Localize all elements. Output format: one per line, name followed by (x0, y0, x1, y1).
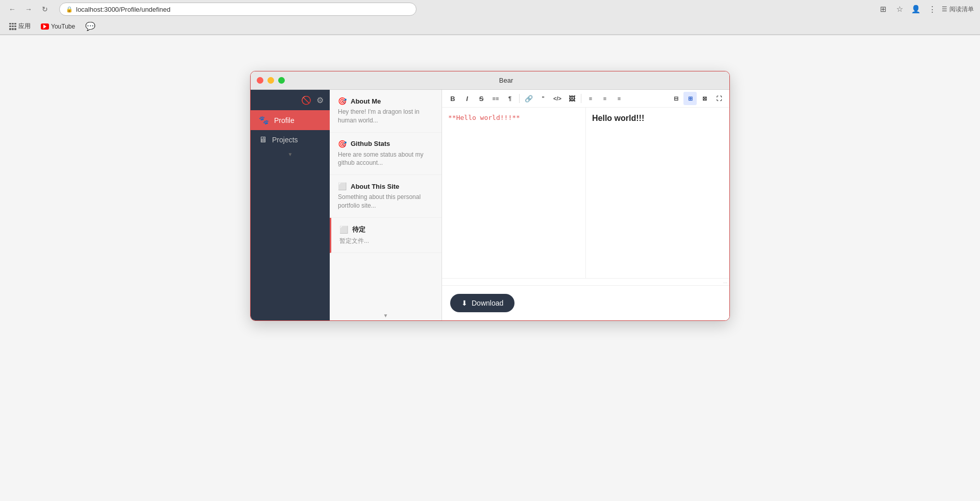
toolbar-fullscreen[interactable]: ⛶ (712, 92, 725, 105)
reading-label: 阅读清单 (949, 5, 974, 14)
bookmark-wechat[interactable]: 💬 (82, 20, 99, 32)
toolbar-code[interactable]: </> (551, 92, 564, 105)
toolbar-ordered-list[interactable]: ≡ (598, 92, 611, 105)
note-icon-about-me: 🎯 (338, 97, 347, 105)
toolbar-image[interactable]: 🖼 (565, 92, 578, 105)
youtube-label: YouTube (51, 23, 75, 30)
toolbar-quote[interactable]: " (536, 92, 550, 105)
bookmarks-bar: 应用 YouTube 💬 (0, 18, 980, 35)
toolbar-divider-1 (519, 94, 520, 103)
browser-toolbar: ← → ↻ 🔒 localhost:3000/Profile/undefined… (0, 0, 980, 18)
toolbar-layout-right[interactable]: ⊠ (698, 92, 711, 105)
sidebar: 🚫 ⚙ 🐾 Profile 🖥 Projects ▼ (251, 90, 330, 320)
note-icon-about-site: ⬜ (338, 182, 347, 190)
download-icon: ⬇ (461, 299, 468, 307)
window-titlebar: Bear (251, 71, 729, 90)
toolbar-layout-left[interactable]: ⊟ (669, 92, 682, 105)
toolbar-paragraph[interactable]: ¶ (503, 92, 517, 105)
wechat-icon: 💬 (85, 21, 95, 31)
apps-icon (9, 23, 16, 30)
notes-scroll-down: ▼ (330, 311, 442, 320)
note-title-about-me: 🎯 About Me (338, 97, 433, 105)
sidebar-header: 🚫 ⚙ (251, 90, 330, 110)
app-window: Bear 🚫 ⚙ 🐾 Profile 🖥 Projects (250, 71, 730, 321)
toolbar-divider-2 (581, 94, 581, 103)
note-preview-about-me: Hey there! I'm a dragon lost in human wo… (338, 108, 433, 125)
profile-nav-icon: 🐾 (259, 115, 269, 125)
note-preview-pending: 暂定文件... (339, 237, 433, 245)
note-preview-github-stats: Here are some status about my github acc… (338, 151, 433, 168)
projects-nav-icon: 🖥 (259, 135, 267, 144)
note-item-pending[interactable]: ⬜ 待定 暂定文件... (330, 218, 442, 253)
sidebar-nav: 🐾 Profile 🖥 Projects (251, 110, 330, 149)
sidebar-item-profile[interactable]: 🐾 Profile (251, 110, 330, 130)
page-content: Bear 🚫 ⚙ 🐾 Profile 🖥 Projects (0, 35, 980, 501)
back-button[interactable]: ← (6, 3, 18, 15)
url-text: localhost:3000/Profile/undefined (76, 6, 170, 13)
toolbar-link[interactable]: 🔗 (522, 92, 535, 105)
sidebar-icon-2[interactable]: ⚙ (316, 95, 324, 105)
editor-body: **Hello world!!!** Hello world!!! (442, 108, 729, 278)
note-icon-pending: ⬜ (339, 226, 348, 234)
address-bar[interactable]: 🔒 localhost:3000/Profile/undefined (59, 3, 416, 16)
editor-preview-text: Hello world!!! (592, 114, 644, 122)
toolbar-strikethrough[interactable]: S (475, 92, 488, 105)
editor-source-text: **Hello world!!!** (448, 114, 520, 121)
menu-button[interactable]: ⋮ (925, 3, 939, 16)
editor-toolbar: B I S ≡≡ ¶ 🔗 " </> 🖼 ≡ ≡ ≡ ⊟ ⊞ (442, 90, 729, 108)
window-close-button[interactable] (257, 77, 263, 84)
note-title-github-stats: 🎯 Github Stats (338, 140, 433, 148)
reading-list[interactable]: ☰ 阅读清单 (942, 5, 974, 14)
resize-handle[interactable]: ... (442, 278, 729, 285)
reload-button[interactable]: ↻ (39, 3, 51, 15)
toolbar-highlight[interactable]: ≡≡ (489, 92, 502, 105)
toolbar-bold[interactable]: B (446, 92, 459, 105)
editor-panel: B I S ≡≡ ¶ 🔗 " </> 🖼 ≡ ≡ ≡ ⊟ ⊞ (442, 90, 729, 320)
toolbar-unordered-list[interactable]: ≡ (584, 92, 597, 105)
reading-icon: ☰ (942, 6, 947, 13)
note-item-about-site[interactable]: ⬜ About This Site Something about this p… (330, 175, 442, 218)
note-preview-about-site: Something about this personal portfolio … (338, 193, 433, 210)
sidebar-icon-1[interactable]: 🚫 (301, 95, 311, 105)
lock-icon: 🔒 (66, 6, 73, 13)
toolbar-italic[interactable]: I (460, 92, 474, 105)
note-item-github-stats[interactable]: 🎯 Github Stats Here are some status abou… (330, 133, 442, 176)
window-minimize-button[interactable] (267, 77, 274, 84)
translate-button[interactable]: ⊞ (876, 3, 890, 16)
sidebar-item-projects[interactable]: 🖥 Projects (251, 130, 330, 149)
note-title-about-site: ⬜ About This Site (338, 182, 433, 190)
note-title-pending: ⬜ 待定 (339, 225, 433, 234)
projects-nav-label: Projects (272, 136, 298, 144)
toolbar-layout-split[interactable]: ⊞ (683, 92, 697, 105)
bookmark-button[interactable]: ☆ (893, 3, 906, 16)
bookmark-apps[interactable]: 应用 (6, 21, 34, 32)
bookmark-youtube[interactable]: YouTube (38, 22, 78, 31)
window-body: 🚫 ⚙ 🐾 Profile 🖥 Projects ▼ (251, 90, 729, 320)
window-title: Bear (289, 77, 723, 84)
note-item-about-me[interactable]: 🎯 About Me Hey there! I'm a dragon lost … (330, 90, 442, 133)
download-label: Download (472, 299, 503, 307)
profile-button[interactable]: 👤 (909, 3, 922, 16)
browser-actions: ⊞ ☆ 👤 ⋮ ☰ 阅读清单 (876, 3, 974, 16)
profile-nav-label: Profile (274, 116, 295, 124)
editor-preview: Hello world!!! (586, 108, 729, 278)
note-icon-github-stats: 🎯 (338, 140, 347, 148)
window-maximize-button[interactable] (278, 77, 285, 84)
download-button[interactable]: ⬇ Download (450, 294, 514, 312)
sidebar-scroll-down: ▼ (251, 149, 330, 159)
youtube-icon (41, 23, 49, 30)
editor-source[interactable]: **Hello world!!!** (442, 108, 586, 278)
apps-label: 应用 (18, 22, 31, 31)
editor-footer: ⬇ Download (442, 285, 729, 320)
notes-scroll[interactable]: 🎯 About Me Hey there! I'm a dragon lost … (330, 90, 442, 311)
browser-chrome: ← → ↻ 🔒 localhost:3000/Profile/undefined… (0, 0, 980, 35)
notes-panel: 🎯 About Me Hey there! I'm a dragon lost … (330, 90, 442, 320)
toolbar-checklist[interactable]: ≡ (612, 92, 626, 105)
forward-button[interactable]: → (22, 3, 35, 15)
